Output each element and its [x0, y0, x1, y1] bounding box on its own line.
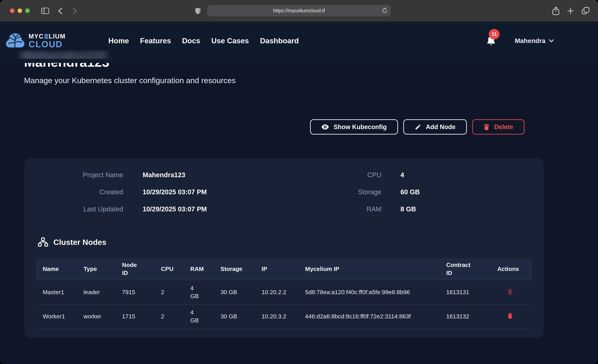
- nav-item[interactable]: Use Cases: [211, 36, 249, 45]
- mycelium-cloud-logo-icon: [5, 32, 25, 50]
- add-node-button[interactable]: Add Node: [403, 119, 467, 134]
- cell-node-id: 1715: [122, 312, 161, 320]
- info-value: 8 GB: [400, 204, 416, 215]
- info-row: Project Name Mahendra123: [25, 170, 284, 180]
- cell-storage: 30 GB: [220, 288, 262, 296]
- nav-item[interactable]: Home: [108, 36, 129, 45]
- col-header-ip: IP: [262, 265, 305, 273]
- trash-icon: [507, 313, 513, 319]
- info-row: Storage 60 GB: [284, 187, 544, 198]
- cell-ip: 10.20.3.2: [262, 312, 305, 320]
- url-bar[interactable]: https://myceliumcloud.tf: [207, 5, 391, 17]
- cluster-nodes-title: Cluster Nodes: [53, 238, 106, 247]
- cell-contract-id: 1613132: [446, 312, 497, 320]
- forward-icon[interactable]: [73, 0, 77, 22]
- cell-ip: 10.20.2.2: [262, 288, 305, 296]
- col-header-node-id: Node ID: [122, 261, 161, 277]
- zoom-window-button[interactable]: [25, 8, 30, 13]
- cluster-info-left: Project Name Mahendra123 Created 10/29/2…: [25, 170, 284, 221]
- info-value: 10/29/2025 03:07 PM: [142, 204, 207, 215]
- reload-icon[interactable]: [382, 7, 388, 14]
- notifications-bell-button[interactable]: 11: [486, 35, 496, 46]
- browser-window: https://myceliumcloud.tf Mahendra123: [0, 0, 598, 364]
- table-row: Worker1 worker 1715 2 4 GB 30 GB 10.20.3…: [36, 304, 532, 329]
- user-menu-button[interactable]: Mahendra: [515, 37, 554, 44]
- cell-storage: 30 GB: [220, 312, 262, 320]
- minimize-window-button[interactable]: [17, 8, 22, 13]
- site-header: MYCLIUM CLOUD Home Features Docs Use Cas…: [0, 22, 598, 63]
- window-controls: [10, 8, 30, 13]
- nav-item[interactable]: Docs: [182, 36, 200, 45]
- shield-icon[interactable]: [195, 0, 201, 22]
- cell-actions: [497, 312, 532, 321]
- info-row: Last Updated 10/29/2025 03:07 PM: [25, 204, 284, 215]
- url-text: https://myceliumcloud.tf: [273, 8, 325, 13]
- info-label: Storage: [284, 187, 382, 198]
- cluster-info-right: CPU 4 Storage 60 GB RAM 8 GB: [284, 170, 544, 221]
- page-subtitle: Manage your Kubernetes cluster configura…: [24, 76, 236, 85]
- cluster-details-card: Project Name Mahendra123 Created 10/29/2…: [25, 158, 543, 338]
- col-header-type: Type: [83, 265, 122, 273]
- cell-name: Worker1: [43, 312, 83, 320]
- trash-icon: [483, 124, 490, 130]
- cell-type: worker: [83, 312, 122, 320]
- browser-chrome: https://myceliumcloud.tf: [0, 0, 598, 22]
- cell-ram: 4 GB: [190, 308, 221, 324]
- cell-node-id: 7915: [122, 288, 161, 296]
- col-header-ram: RAM: [190, 265, 221, 273]
- cell-ram: 4 GB: [190, 284, 221, 300]
- table-body: Master1 leader 7915 2 4 GB 30 GB 10.20.2…: [36, 280, 532, 329]
- col-header-name: Name: [43, 265, 83, 273]
- info-label: Last Updated: [25, 204, 123, 215]
- close-window-button[interactable]: [10, 8, 15, 13]
- logo-wordmark: MYCLIUM CLOUD: [29, 33, 66, 49]
- info-value: Mahendra123: [142, 170, 185, 180]
- col-header-mycelium-ip: Mycelium IP: [305, 265, 446, 273]
- cluster-actions: Show Kubeconfig Add Node Delete: [310, 119, 524, 134]
- screen: https://myceliumcloud.tf Mahendra123: [0, 0, 598, 364]
- info-value: 60 GB: [400, 187, 420, 198]
- eye-icon: [321, 124, 329, 130]
- cluster-info: Project Name Mahendra123 Created 10/29/2…: [25, 170, 543, 221]
- trash-icon: [507, 288, 513, 295]
- logo-e-bars: [44, 34, 48, 39]
- show-kubeconfig-button[interactable]: Show Kubeconfig: [310, 119, 398, 134]
- cell-contract-id: 1613131: [446, 288, 497, 296]
- cell-cpu: 2: [161, 312, 190, 320]
- cluster-nodes-heading: Cluster Nodes: [38, 234, 106, 250]
- col-header-storage: Storage: [220, 265, 262, 273]
- info-row: RAM 8 GB: [284, 204, 544, 215]
- col-header-contract-id: Contract ID: [446, 261, 497, 277]
- network-hierarchy-icon: [38, 237, 48, 247]
- nav-item[interactable]: Features: [140, 36, 171, 45]
- pencil-icon: [415, 124, 421, 130]
- table-row: Master1 leader 7915 2 4 GB 30 GB 10.20.2…: [36, 280, 532, 304]
- col-header-actions: Actions: [497, 265, 532, 273]
- back-icon[interactable]: [58, 0, 63, 22]
- col-header-cpu: CPU: [161, 265, 190, 273]
- sidebar-toggle-icon[interactable]: [41, 0, 49, 22]
- info-row: Created 10/29/2025 03:07 PM: [25, 187, 284, 198]
- info-row: CPU 4: [284, 170, 544, 180]
- delete-node-button[interactable]: [507, 288, 514, 297]
- info-label: Project Name: [25, 170, 123, 180]
- site-logo[interactable]: MYCLIUM CLOUD: [5, 32, 66, 50]
- new-tab-icon[interactable]: [567, 0, 574, 22]
- tab-overview-icon[interactable]: [581, 0, 590, 22]
- info-value: 10/29/2025 03:07 PM: [142, 187, 207, 198]
- nav-item[interactable]: Dashboard: [260, 36, 299, 45]
- share-icon[interactable]: [552, 0, 559, 22]
- notification-count-badge: 11: [489, 29, 499, 39]
- info-label: Created: [25, 187, 123, 198]
- main-nav: Home Features Docs Use Cases Dashboard: [108, 36, 299, 45]
- user-name: Mahendra: [515, 37, 545, 44]
- info-label: RAM: [284, 204, 382, 215]
- delete-cluster-button[interactable]: Delete: [472, 119, 524, 134]
- cell-name: Master1: [43, 288, 83, 296]
- info-label: CPU: [284, 170, 382, 180]
- table-header-row: Name Type Node ID CPU RAM Storage IP Myc…: [36, 258, 532, 280]
- chevron-down-icon: [549, 39, 554, 43]
- delete-node-button[interactable]: [507, 312, 514, 321]
- cell-mycelium-ip: 446:d2a6:8bcd:8c16:ff0f:72e2:3114:863f: [305, 312, 446, 320]
- cell-mycelium-ip: 5d8:78ea:a120:f40c:ff0f:a5fe:99e6:8b96: [305, 288, 446, 296]
